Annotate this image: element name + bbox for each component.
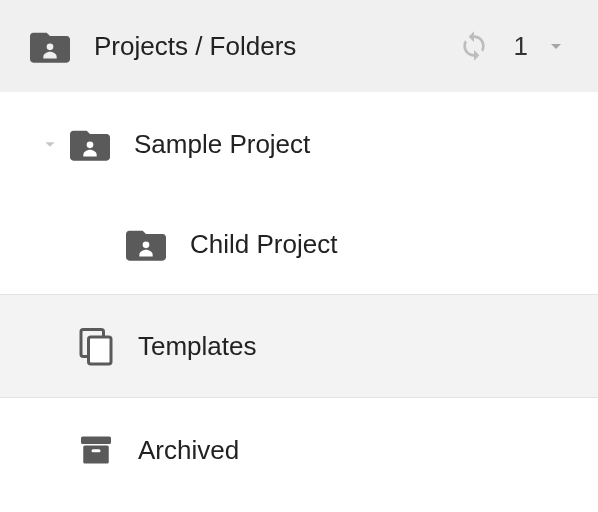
chevron-down-icon[interactable] — [30, 133, 70, 155]
svg-point-0 — [47, 44, 54, 51]
tree-item-label: Child Project — [190, 229, 337, 260]
archive-icon — [78, 432, 114, 468]
svg-rect-6 — [83, 446, 109, 464]
section-archived[interactable]: Archived — [0, 398, 598, 502]
svg-rect-4 — [89, 337, 112, 364]
tree-item-child-project[interactable]: Child Project — [0, 194, 598, 294]
folder-shared-icon — [126, 226, 166, 262]
sync-icon[interactable] — [458, 30, 490, 62]
tree-item-label: Sample Project — [134, 129, 310, 160]
svg-point-2 — [143, 242, 150, 249]
svg-rect-5 — [81, 437, 111, 445]
chevron-down-icon[interactable] — [544, 34, 568, 58]
section-label: Archived — [138, 435, 239, 466]
svg-point-1 — [87, 142, 94, 149]
header-title: Projects / Folders — [94, 31, 458, 62]
projects-count: 1 — [514, 31, 528, 62]
projects-header[interactable]: Projects / Folders 1 — [0, 0, 598, 92]
section-templates[interactable]: Templates — [0, 294, 598, 398]
tree-item-sample-project[interactable]: Sample Project — [0, 94, 598, 194]
projects-tree: Sample Project Child Project Templates — [0, 92, 598, 502]
folder-shared-icon — [30, 28, 70, 64]
section-label: Templates — [138, 331, 257, 362]
copy-icon — [78, 326, 114, 366]
folder-shared-icon — [70, 126, 110, 162]
svg-rect-7 — [92, 449, 101, 452]
